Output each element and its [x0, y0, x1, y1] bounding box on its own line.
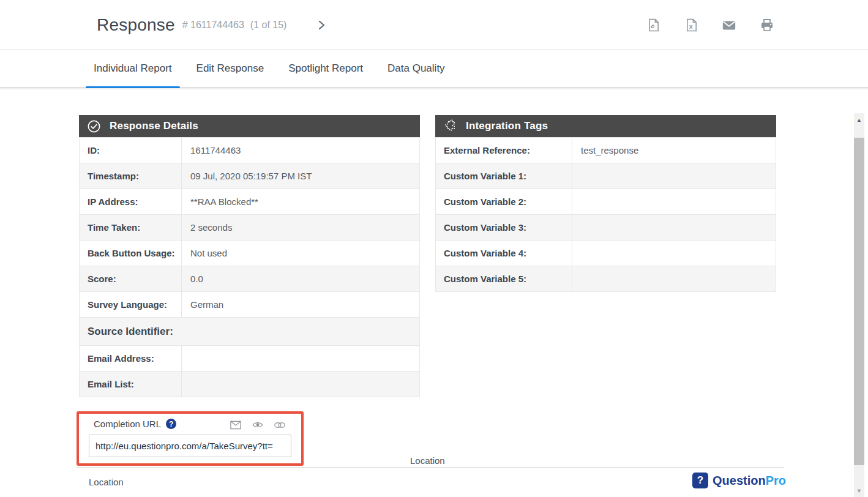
help-icon[interactable]: ?: [166, 419, 176, 429]
response-detail-page: Response # 1611744463 (1 of 15): [0, 0, 868, 497]
row-value: [572, 241, 776, 266]
location-section-title: Location: [410, 455, 445, 466]
table-row: Custom Variable 3:: [436, 215, 776, 241]
row-value: [572, 215, 776, 241]
envelope-icon[interactable]: [230, 420, 241, 430]
row-label: Email List:: [80, 372, 182, 397]
table-row: Survey Language:German: [80, 292, 420, 318]
row-value: 0.0: [182, 266, 420, 292]
brand-question: Question: [713, 474, 766, 487]
table-row: Custom Variable 5:: [436, 266, 776, 292]
response-position: (1 of 15): [250, 20, 287, 31]
panel-title: Response Details: [110, 120, 198, 132]
response-details-panel: Response Details ID:1611744463Timestamp:…: [79, 115, 420, 397]
section-divider: [77, 467, 784, 468]
completion-url-actions: [230, 420, 285, 430]
completion-url-input[interactable]: [89, 435, 291, 457]
print-icon[interactable]: [760, 18, 774, 32]
row-label: External Reference:: [436, 138, 572, 163]
scroll-up-button[interactable]: ▲: [854, 114, 864, 125]
row-value: [572, 266, 776, 292]
svg-text:x: x: [689, 22, 692, 29]
table-row: ID:1611744463: [80, 138, 420, 163]
row-label: Time Taken:: [80, 215, 182, 241]
table-row: Score:0.0: [80, 266, 420, 292]
excel-export-icon[interactable]: x: [684, 18, 698, 32]
row-value: **RAA Blocked**: [182, 189, 420, 215]
row-label: Score:: [80, 266, 182, 292]
check-circle-icon: [87, 119, 101, 133]
panel-title: Integration Tags: [466, 120, 548, 132]
questionpro-badge-icon: ?: [692, 473, 708, 488]
row-label: Custom Variable 3:: [436, 215, 572, 241]
row-value: Not used: [182, 241, 420, 266]
scrollbar-thumb[interactable]: [854, 138, 864, 465]
row-label: ID:: [80, 138, 182, 163]
tab-individual-report[interactable]: Individual Report: [86, 50, 180, 88]
integration-tags-header: Integration Tags: [435, 115, 776, 137]
eye-icon[interactable]: [252, 420, 263, 430]
row-label: Timestamp:: [80, 163, 182, 189]
table-row: Back Button Usage:Not used: [80, 241, 420, 266]
row-label: Custom Variable 4:: [436, 241, 572, 266]
row-value: German: [182, 292, 420, 318]
vertical-scrollbar[interactable]: ▲ ▼: [854, 113, 864, 497]
table-row: Email Address:: [80, 346, 420, 372]
response-id: # 1611744463: [182, 20, 244, 31]
row-label: Custom Variable 5:: [436, 266, 572, 292]
completion-url-annotation-box: Completion URL ?: [77, 411, 304, 466]
row-value: [182, 372, 420, 397]
row-label: Custom Variable 1:: [436, 163, 572, 189]
row-value: 1611744463: [182, 138, 420, 163]
tab-spotlight-report[interactable]: Spotlight Report: [280, 50, 371, 88]
response-details-table: ID:1611744463Timestamp:09 Jul, 2020 05:1…: [79, 137, 420, 397]
integration-tags-panel: Integration Tags External Reference:test…: [435, 115, 776, 292]
completion-url-label: Completion URL: [94, 419, 161, 429]
row-value: [182, 346, 420, 372]
report-tabbar: Individual ReportEdit ResponseSpotlight …: [0, 50, 868, 88]
pdf-export-icon[interactable]: [646, 18, 660, 32]
table-row: Email List:: [80, 372, 420, 397]
page-header: Response # 1611744463 (1 of 15): [0, 0, 868, 50]
row-label: Email Address:: [80, 346, 182, 372]
row-label: Back Button Usage:: [80, 241, 182, 266]
table-row: Source Identifier:: [80, 318, 420, 346]
row-value: [572, 189, 776, 215]
tabs: Individual ReportEdit ResponseSpotlight …: [86, 50, 453, 88]
tab-edit-response[interactable]: Edit Response: [189, 50, 272, 88]
table-row: Custom Variable 2:: [436, 189, 776, 215]
table-row: Custom Variable 1:: [436, 163, 776, 189]
row-label: IP Address:: [80, 189, 182, 215]
row-value: test_response: [572, 138, 776, 163]
email-icon[interactable]: [722, 18, 736, 32]
table-row: Time Taken:2 seconds: [80, 215, 420, 241]
table-row: IP Address:**RAA Blocked**: [80, 189, 420, 215]
link-icon[interactable]: [274, 420, 285, 430]
header-actions: x: [646, 0, 774, 50]
tabbar-shadow: [0, 88, 868, 90]
row-label: Custom Variable 2:: [436, 189, 572, 215]
location-section-title-2: Location: [89, 477, 124, 487]
row-value: 09 Jul, 2020 05:19:57 PM IST: [182, 163, 420, 189]
brand-pro: Pro: [766, 474, 786, 487]
questionpro-logo: ? QuestionPro: [692, 473, 786, 488]
row-label: Survey Language:: [80, 292, 182, 318]
chevron-right-icon: [316, 19, 327, 31]
table-row: External Reference:test_response: [436, 138, 776, 163]
puzzle-icon: [443, 119, 457, 133]
response-details-header: Response Details: [79, 115, 420, 137]
next-response-button[interactable]: [316, 19, 327, 31]
scroll-down-button[interactable]: ▼: [854, 485, 864, 496]
table-row: Timestamp:09 Jul, 2020 05:19:57 PM IST: [80, 163, 420, 189]
table-row: Custom Variable 4:: [436, 241, 776, 266]
section-row-label: Source Identifier:: [80, 318, 420, 346]
row-value: 2 seconds: [182, 215, 420, 241]
page-title: Response: [97, 15, 175, 35]
integration-tags-table: External Reference:test_responseCustom V…: [435, 137, 776, 292]
row-value: [572, 163, 776, 189]
tab-data-quality[interactable]: Data Quality: [380, 50, 453, 88]
